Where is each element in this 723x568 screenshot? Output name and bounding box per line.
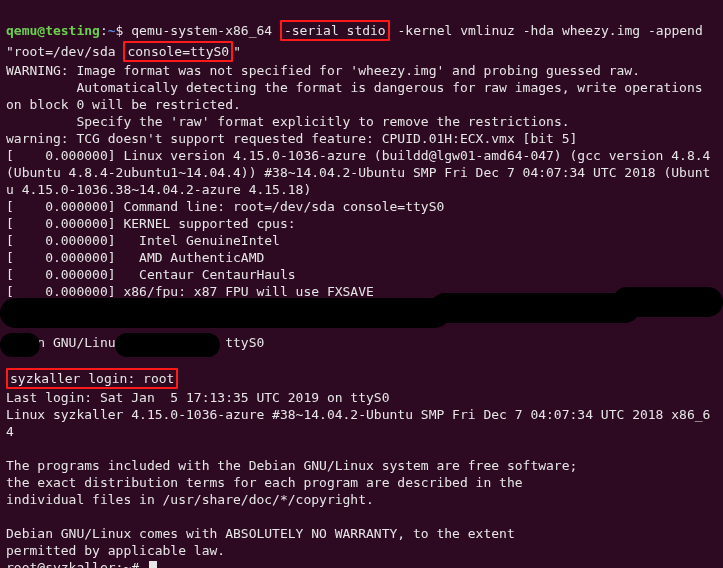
highlight-serial-stdio: -serial stdio — [280, 20, 390, 41]
prompt-dollar: $ — [116, 23, 132, 38]
highlight-serial-text: -serial stdio — [284, 23, 386, 38]
redaction-blob — [0, 298, 450, 328]
output-line: WARNING: Image format was not specified … — [6, 63, 640, 78]
prompt-path: ~ — [108, 23, 116, 38]
redaction-blob — [115, 333, 220, 357]
redaction-blob — [430, 293, 640, 323]
output-line: Specify the 'raw' format explicitly to r… — [6, 114, 570, 129]
output-line: [ 0.000000] Linux version 4.15.0-1036-az… — [6, 148, 718, 197]
root-prompt[interactable]: root@syzkaller:~# — [6, 560, 147, 568]
output-line: [ 0.000000] x86/fpu: x87 FPU will use FX… — [6, 284, 374, 299]
output-line: [ 0.000000] Centaur CentaurHauls — [6, 267, 296, 282]
prompt-colon: : — [100, 23, 108, 38]
login-prompt: syzkaller login: — [10, 371, 143, 386]
cursor — [149, 561, 157, 568]
highlight-console-text: console=ttyS0 — [127, 44, 229, 59]
output-line: [ 0.000000] Command line: root=/dev/sda … — [6, 199, 444, 214]
login-value: root — [143, 371, 174, 386]
output-line: Debian GNU/Linux comes with ABSOLUTELY N… — [6, 526, 515, 541]
output-line: Last login: Sat Jan 5 17:13:35 UTC 2019 … — [6, 390, 390, 405]
output-line: individual files in /usr/share/doc/*/cop… — [6, 492, 374, 507]
output-line: [ 0.000000] AMD AuthenticAMD — [6, 250, 264, 265]
output-line: Automatically detecting the format is da… — [6, 80, 710, 112]
prompt-user-host: qemu@testing — [6, 23, 100, 38]
output-line: Linux syzkaller 4.15.0-1036-azure #38~14… — [6, 407, 710, 439]
output-line: the exact distribution terms for each pr… — [6, 475, 523, 490]
command-part3: " — [233, 44, 241, 59]
output-line: warning: TCG doesn't support requested f… — [6, 131, 577, 146]
output-line: [ 0.000000] KERNEL supported cpus: — [6, 216, 296, 231]
terminal-window[interactable]: qemu@testing:~$ qemu-system-x86_64 -seri… — [0, 0, 723, 568]
command-part1: qemu-system-x86_64 — [131, 23, 280, 38]
output-line: [ 0.000000] Intel GenuineIntel — [6, 233, 280, 248]
highlight-login: syzkaller login: root — [6, 368, 178, 389]
redaction-blob — [612, 287, 723, 317]
redaction-blob — [0, 333, 40, 357]
output-line: The programs included with the Debian GN… — [6, 458, 577, 473]
output-line: permitted by applicable law. — [6, 543, 225, 558]
highlight-console-ttys0: console=ttyS0 — [123, 41, 233, 62]
